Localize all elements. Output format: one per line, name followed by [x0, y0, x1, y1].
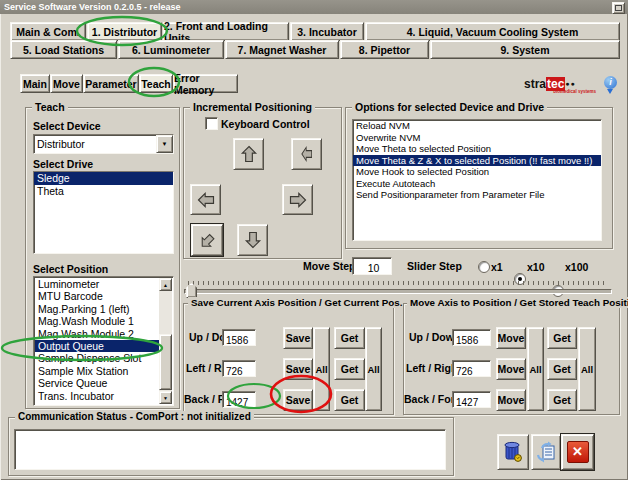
option-item[interactable]: Overwrite NVM [353, 132, 601, 144]
get-leftright-button[interactable]: Get [334, 358, 365, 380]
option-item-selected[interactable]: Move Theta & Z & X to selected Position … [353, 155, 601, 167]
getstored-updown-button[interactable]: Get [547, 327, 577, 349]
device-combobox[interactable]: Distributor ▼ [33, 134, 174, 154]
position-item-selected[interactable]: Output Queue [35, 340, 159, 352]
logo-prefix: stra [524, 77, 546, 91]
subtab-parameter[interactable]: Parameter [83, 74, 139, 93]
save-backforw-button[interactable]: Save [283, 389, 313, 411]
save-all-button[interactable]: All [313, 327, 330, 411]
option-item[interactable]: Execute Autoteach [353, 178, 601, 190]
move-z-button[interactable] [291, 138, 322, 170]
tab-5-load-stations[interactable]: 5. Load Stations [10, 40, 117, 59]
subtab-teach[interactable]: Teach [139, 74, 173, 93]
get-all-button[interactable]: All [365, 327, 382, 411]
getstored-all-button[interactable]: All [578, 327, 596, 411]
scroll-up-button[interactable]: ▲ [159, 278, 172, 291]
step-slider[interactable] [184, 281, 612, 297]
scroll-down-button[interactable]: ▼ [159, 391, 172, 404]
move-leftright-button[interactable]: Move [496, 358, 526, 380]
save-leftright-value[interactable] [223, 364, 255, 379]
tab-9-system[interactable]: 9. System [430, 40, 620, 59]
tab-main-com[interactable]: Main & Com. [10, 22, 86, 41]
subtab-error-memory[interactable]: Error Memory [173, 74, 238, 93]
position-item[interactable]: Mag.Wash Module 1 [35, 315, 159, 327]
position-item[interactable]: Sample Dispense Slot [35, 352, 159, 364]
option-item[interactable]: Send Positionparameter from Parameter Fi… [353, 189, 601, 201]
position-scrollbar[interactable]: ▲ ▼ [159, 278, 172, 404]
tab-1-distributor[interactable]: 1. Distributor [87, 22, 162, 41]
save-group-label: Save Current Axis Position / Get Current… [188, 297, 405, 308]
tab-2-front-loading[interactable]: 2. Front and Loading Units [163, 22, 289, 41]
arrow-right-icon [288, 190, 308, 210]
move-up-button[interactable] [233, 138, 264, 170]
refresh-log-button[interactable] [531, 434, 561, 470]
position-item[interactable]: MTU Barcode [35, 290, 159, 302]
scroll-up-icon: ▲ [163, 282, 168, 288]
move-backforw-value[interactable] [453, 395, 490, 410]
move-right-button[interactable] [282, 184, 313, 215]
exit-button[interactable]: ✕ [561, 434, 594, 470]
option-item[interactable]: Move Hook to selected Position [353, 166, 601, 178]
move-label: Move [498, 363, 525, 375]
position-item[interactable]: Trans. Incubator [35, 390, 159, 402]
communication-log[interactable] [14, 429, 446, 470]
getstored-leftright-button[interactable]: Get [547, 358, 577, 380]
option-item[interactable]: Move Theta to selected Position [353, 143, 601, 155]
save-updown-value[interactable] [223, 333, 255, 348]
position-item[interactable]: Mag.Wash Module 2 [35, 328, 159, 340]
move-all-button[interactable]: All [527, 327, 544, 411]
save-backforw-value[interactable] [223, 395, 255, 410]
move-group-label: Move Axis to Position / Get Stored Teach… [407, 297, 628, 308]
move-left-button[interactable] [190, 184, 221, 215]
getstored-backforw-button[interactable]: Get [547, 389, 577, 411]
rotate-button[interactable] [191, 224, 223, 256]
all-label: All [529, 364, 541, 375]
tab-4-liquid-vacuum[interactable]: 4. Liquid, Vacuum Cooling System [365, 22, 620, 41]
subtab-label: Error Memory [174, 72, 237, 96]
save-updown-button[interactable]: Save [283, 327, 313, 349]
position-item[interactable]: Luminometer [35, 278, 159, 290]
get-updown-button[interactable]: Get [334, 327, 365, 349]
slider-track [184, 289, 612, 294]
tab-3-incubator[interactable]: 3. Incubator [290, 22, 364, 41]
subtab-main[interactable]: Main [20, 74, 50, 93]
drive-item[interactable]: Theta [34, 185, 173, 198]
exit-glyph: ✕ [572, 444, 583, 459]
move-backforw-field-box [452, 391, 491, 408]
tab-6-luminometer[interactable]: 6. Luminometer [118, 40, 224, 59]
position-item[interactable]: Service Queue [35, 377, 159, 389]
tab-label: 6. Luminometer [132, 44, 210, 56]
info-button[interactable]: i [604, 76, 620, 96]
communication-label: Communication Status - ComPort : not ini… [15, 411, 254, 422]
move-updown-field-box [452, 329, 491, 346]
tab-7-magnet-washer[interactable]: 7. Magnet Washer [225, 40, 339, 59]
save-leftright-button[interactable]: Save [283, 358, 313, 380]
titlebar-button[interactable] [612, 2, 625, 14]
scrollbar-thumb[interactable] [159, 334, 172, 390]
keyboard-control-label: Keyboard Control [221, 118, 310, 130]
tab-8-pipettor[interactable]: 8. Pipettor [340, 40, 429, 59]
move-updown-value[interactable] [453, 333, 490, 348]
logo-dots: ●● [565, 80, 575, 87]
get-label: Get [553, 394, 571, 406]
position-item[interactable]: Sample Mix Station [35, 365, 159, 377]
drive-item[interactable]: Sledge [34, 172, 173, 185]
option-item[interactable]: Reload NVM [353, 120, 601, 132]
move-backforw-button[interactable]: Move [496, 389, 526, 411]
move-leftright-value[interactable] [453, 364, 490, 379]
move-step-input[interactable] [353, 260, 391, 276]
all-label: All [367, 364, 379, 375]
move-label: Move [498, 332, 525, 344]
move-updown-button[interactable]: Move [496, 327, 526, 349]
radio-x1[interactable] [478, 261, 490, 273]
clear-log-button[interactable] [497, 434, 529, 470]
keyboard-control-checkbox[interactable] [205, 117, 218, 130]
get-backforw-button[interactable]: Get [334, 389, 365, 411]
refresh-document-icon [535, 440, 557, 464]
subtab-label: Parameter [85, 78, 136, 90]
device-dropdown-button[interactable]: ▼ [156, 135, 173, 153]
slider-thumb[interactable] [186, 283, 197, 298]
move-down-button[interactable] [237, 224, 268, 256]
subtab-move[interactable]: Move [50, 74, 83, 93]
position-item[interactable]: Mag.Parking 1 (left) [35, 303, 159, 315]
